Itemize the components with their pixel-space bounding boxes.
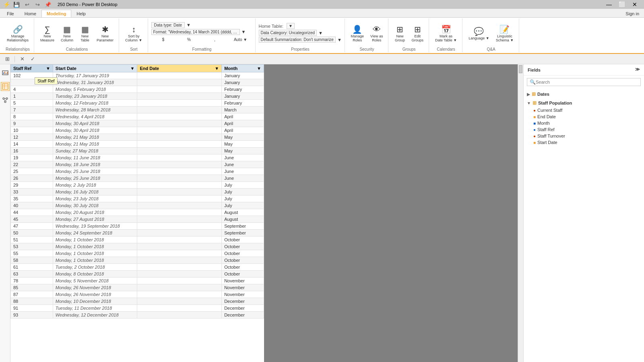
cell-staff-ref: 50 [11, 230, 53, 237]
sign-in-button[interactable]: Sign in [621, 10, 644, 17]
format-value[interactable]: Format: "Wednesday, 14 March 2001 (dddd,… [151, 29, 240, 35]
end-date-field-icon: ■ [533, 115, 536, 119]
cell-staff-ref: 45 [11, 216, 53, 223]
parameter-icon: ✱ [102, 25, 109, 33]
staff-pop-expand-icon: ▼ [527, 101, 531, 105]
cell-end-date [137, 182, 222, 189]
cell-start-date: Monday, 1 October 2018 [53, 257, 137, 264]
quick-access-save[interactable]: 💾 [12, 0, 21, 8]
auto-button[interactable]: Auto ▼ [229, 36, 253, 44]
cell-month: September [222, 223, 264, 230]
search-box: 🔍 [527, 78, 641, 86]
cell-month: May [222, 134, 264, 141]
col-header-month[interactable]: Month ▼ [222, 65, 264, 72]
cell-start-date: Sunday, 27 May 2018 [53, 148, 137, 154]
edit-groups-button[interactable]: ⊞ Edit Groups [409, 21, 426, 46]
new-measure-button[interactable]: ∑ New Measure [37, 21, 57, 46]
data-view-icon[interactable] [1, 82, 10, 91]
toolbar-grid-icon: ⊞ [3, 55, 11, 63]
table-row: 33 Monday, 16 July 2018 July [11, 189, 264, 195]
sort-by-column-button[interactable]: ↕ Sort by Column ▼ [122, 21, 145, 46]
field-group-staff-population-header[interactable]: ▼ ⊞ Staff Population [524, 99, 644, 107]
cell-end-date [137, 271, 222, 278]
data-type-value[interactable]: Data type: Date [151, 22, 185, 28]
data-category-value[interactable]: Data Category: Uncategorized [259, 30, 317, 36]
cell-start-date: Monday, 24 September 2018 [53, 230, 137, 237]
col-header-end-date[interactable]: End Date ▼ [137, 65, 222, 72]
month-sort-icon: ▼ [257, 66, 261, 71]
dates-expand-icon: ▶ [527, 92, 530, 97]
vertical-scrollbar[interactable] [518, 64, 523, 362]
field-item-staff-ref[interactable]: ● Staff Ref [524, 126, 644, 133]
tab-file[interactable]: File [2, 10, 19, 17]
ribbon-group-relationships: 🔗 Manage Relationships Relationships [2, 19, 34, 52]
model-view-icon[interactable] [1, 96, 10, 105]
table-row: 87 Monday, 26 November 2018 November [11, 291, 264, 298]
staff-turnover-icon: ● [533, 134, 536, 138]
tab-home[interactable]: Home [19, 10, 41, 17]
search-icon: 🔍 [530, 79, 536, 85]
cell-start-date: Monday, 8 October 2018 [53, 271, 137, 278]
ribbon-group-calendars: 📅 Mark as Date Table ▼ Calendars [430, 19, 462, 52]
mark-date-table-button[interactable]: 📅 Mark as Date Table ▼ [432, 21, 460, 46]
maximize-button[interactable]: ⬜ [616, 0, 628, 8]
manage-roles-button[interactable]: 👤 Manage Roles [348, 21, 367, 46]
field-item-end-date[interactable]: ■ End Date [524, 113, 644, 120]
view-icons-panel [0, 64, 10, 362]
home-table-value[interactable]: ▼ [287, 23, 295, 29]
toolbar-cancel-icon[interactable]: ✕ [18, 55, 26, 63]
cell-end-date [137, 305, 222, 312]
report-view-icon[interactable] [1, 68, 10, 77]
currency-button[interactable]: $ [151, 36, 175, 44]
cell-month: August [222, 209, 264, 216]
field-item-month[interactable]: ■ Month [524, 120, 644, 126]
field-item-staff-turnover[interactable]: ● Staff Turnover [524, 133, 644, 139]
table-row: 44 Monday, 20 August 2018 August [11, 209, 264, 216]
new-column-button[interactable]: ▦ New Column [58, 21, 76, 46]
end-date-sort-icon: ▼ [215, 66, 219, 71]
cell-start-date: Wednesday, 12 December 2018 [53, 312, 137, 319]
table-body: 102 Thursday, 17 January 2019 January We… [11, 72, 264, 319]
formatting-group-label: Formatting [151, 47, 253, 51]
manage-roles-label: Manage Roles [351, 34, 364, 42]
close-button[interactable]: ✕ [629, 0, 641, 8]
quick-access-undo[interactable]: ↩ [23, 0, 31, 8]
search-input[interactable] [536, 80, 638, 84]
quick-access-redo[interactable]: ↪ [33, 0, 41, 8]
table-row: 78 Monday, 5 November 2018 November [11, 278, 264, 284]
toolbar-confirm-icon[interactable]: ✓ [29, 55, 37, 63]
field-item-start-date[interactable]: ■ Start Date [524, 139, 644, 146]
view-as-roles-button[interactable]: 👁 View as Roles [367, 21, 386, 46]
cell-staff-ref: 78 [11, 278, 53, 284]
linguistic-schema-button[interactable]: 📝 Linguistic Schema ▼ [493, 21, 516, 46]
table-row: 63 Monday, 8 October 2018 October [11, 271, 264, 278]
col-header-start-date[interactable]: Start Date ▼ [53, 65, 137, 72]
data-table-container[interactable]: Staff Ref ▼ Start Date ▼ End Date ▼ [10, 64, 264, 362]
new-parameter-button[interactable]: ✱ New Parameter [94, 21, 116, 46]
percent-button[interactable]: % [177, 36, 201, 44]
cell-staff-ref: 35 [11, 195, 53, 202]
language-button[interactable]: 💬 Language ▼ [466, 21, 492, 46]
comma-button[interactable]: , [203, 36, 227, 44]
fields-collapse-icon[interactable]: ≫ [635, 67, 640, 72]
default-summarization-value[interactable]: Default Summarization: Don't summarize [259, 37, 336, 43]
field-group-dates-header[interactable]: ▶ ⊞ Dates [524, 90, 644, 98]
field-item-current-staff[interactable]: ● Current Staff [524, 107, 644, 113]
tab-help[interactable]: Help [71, 10, 91, 17]
tab-modeling[interactable]: Modeling [41, 10, 71, 17]
minimize-button[interactable]: — [603, 0, 615, 8]
col-header-staff-ref[interactable]: Staff Ref ▼ [11, 65, 53, 72]
manage-relationships-button[interactable]: 🔗 Manage Relationships [4, 21, 31, 46]
cell-start-date: Monday, 2 July 2018 [53, 182, 137, 189]
new-table-button[interactable]: ▦ New Table [77, 21, 93, 46]
table-row: 85 Monday, 26 November 2018 November [11, 284, 264, 291]
cell-staff-ref: 87 [11, 291, 53, 298]
quick-access-pin[interactable]: 📌 [44, 0, 52, 8]
cell-end-date [137, 209, 222, 216]
cell-end-date [137, 148, 222, 154]
sort-by-column-label: Sort by Column ▼ [125, 34, 142, 42]
new-group-button[interactable]: ⊞ New Group [392, 21, 408, 46]
app-icon: ⚡ [3, 1, 10, 8]
cell-staff-ref: 88 [11, 298, 53, 305]
cell-staff-ref: 12 [11, 134, 53, 141]
